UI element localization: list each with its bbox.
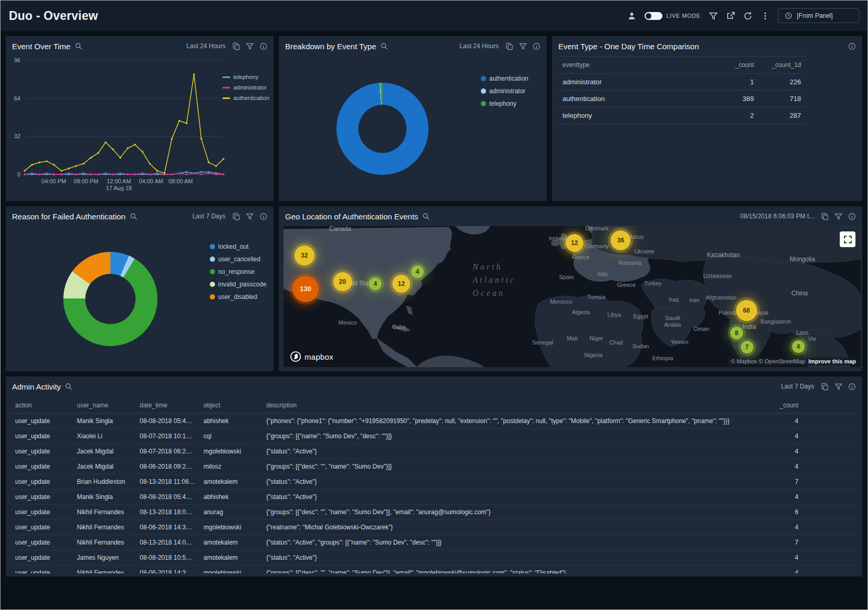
table-row[interactable]: user_updateNikhil Fernandes08-13-2018 14… — [11, 535, 857, 550]
share-icon[interactable] — [726, 12, 735, 20]
improve-map-link[interactable]: Improve this map — [808, 358, 856, 364]
legend-item[interactable]: user_disabled — [210, 293, 266, 301]
zoom-in-icon[interactable] — [65, 383, 73, 391]
refresh-icon[interactable] — [743, 12, 752, 20]
column-header[interactable]: date_time — [136, 397, 199, 414]
copy-icon[interactable] — [232, 213, 240, 220]
table-cell: mgolebiowski — [199, 565, 262, 574]
table-cell: 718 — [759, 91, 806, 107]
panel-time-range[interactable]: 08/15/2018 6:06:03 PM t... — [740, 213, 814, 220]
map-cluster-marker[interactable]: 7 — [741, 341, 753, 353]
table-row[interactable]: user_updateJames Nguyen08-08-2018 10:50:… — [11, 550, 857, 565]
table-row[interactable]: user_updateNikhil Fernandes08-06-2018 14… — [11, 520, 857, 535]
panel-time-range[interactable]: Last 24 Hours — [186, 42, 226, 50]
column-header[interactable]: _count — [768, 397, 857, 414]
attribution-text[interactable]: © Mapbox © OpenStreetMap — [731, 358, 805, 364]
column-header[interactable]: object — [199, 397, 262, 414]
fullscreen-button[interactable] — [840, 231, 855, 247]
filter-icon[interactable] — [835, 213, 842, 220]
mapbox-logo[interactable]: mapbox — [290, 351, 333, 362]
zoom-in-icon[interactable] — [75, 42, 83, 50]
copy-icon[interactable] — [232, 42, 240, 50]
map-cluster-marker[interactable]: 4 — [792, 340, 805, 353]
failed-auth-donut-chart[interactable] — [63, 252, 157, 346]
zoom-in-icon[interactable] — [380, 42, 388, 50]
table-row[interactable]: user_updateXiaolei Li08-07-2018 10:19:57… — [11, 429, 857, 444]
table-cell: 08-06-2018 09:29:22 — [136, 459, 199, 474]
legend-item[interactable]: telephony — [222, 74, 272, 80]
filter-icon[interactable] — [835, 383, 842, 391]
table-cell: user_update — [11, 474, 73, 490]
column-header[interactable]: _count_1d — [759, 57, 806, 74]
table-cell: {"groups": [{"desc": "", "name": "Sumo D… — [262, 505, 768, 520]
table-cell: 08-06-2018 14:30:34 — [136, 565, 199, 574]
user-icon[interactable] — [627, 12, 636, 20]
map-cluster-marker[interactable]: 20 — [333, 272, 352, 291]
table-row[interactable]: user_updateJacek Migdal08-07-2018 06:22:… — [11, 444, 857, 459]
column-header[interactable]: eventtype — [557, 57, 717, 74]
kebab-menu-icon[interactable] — [761, 12, 770, 20]
copy-icon[interactable] — [821, 383, 829, 391]
table-row[interactable]: telephony2287 — [557, 107, 806, 124]
copy-icon[interactable] — [821, 213, 829, 220]
filter-icon[interactable] — [709, 12, 718, 20]
table-row[interactable]: administrator1226 — [557, 74, 806, 91]
info-icon[interactable] — [260, 42, 267, 50]
table-cell: {"groups": [{"desc": "", "name": "Sumo D… — [262, 565, 768, 574]
svg-text:08:00 AM: 08:00 AM — [168, 178, 193, 184]
copy-icon[interactable] — [505, 42, 513, 50]
legend-item[interactable]: administrator — [481, 87, 528, 95]
info-icon[interactable] — [848, 42, 856, 50]
legend-item[interactable]: invalid_passcode — [210, 281, 266, 288]
filter-icon[interactable] — [246, 213, 254, 220]
map-cluster-marker[interactable]: 12 — [566, 234, 583, 252]
table-cell: {"groups": [{"name": "Sumo Dev", "desc":… — [262, 429, 768, 444]
time-range-selector[interactable]: [From Panel] — [778, 8, 859, 23]
table-row[interactable]: authentication389718 — [557, 91, 806, 107]
table-row[interactable]: user_updateNikhil Fernandes08-06-2018 14… — [11, 565, 857, 574]
filter-icon[interactable] — [246, 42, 254, 50]
table-row[interactable]: user_updateNikhil Fernandes08-13-2018 18… — [11, 505, 857, 520]
map-cluster-marker[interactable]: 36 — [611, 230, 630, 250]
zoom-in-icon[interactable] — [422, 213, 430, 220]
info-icon[interactable] — [260, 213, 267, 220]
legend-item[interactable]: telephony — [481, 100, 528, 107]
legend-item[interactable]: authentication — [481, 75, 528, 82]
map-cluster-marker[interactable]: 130 — [292, 276, 319, 302]
map-cluster-marker[interactable]: 68 — [736, 300, 757, 321]
svg-text:04:00 PM: 04:00 PM — [41, 178, 66, 184]
map-cluster-marker[interactable]: 8 — [730, 327, 743, 339]
panel-title: Admin Activity — [12, 382, 61, 391]
map-cluster-marker[interactable]: 4 — [411, 265, 424, 278]
panel-time-range[interactable]: Last 7 Days — [781, 383, 814, 390]
legend-item[interactable]: user_cancelled — [210, 256, 266, 263]
legend-item[interactable]: authentication — [222, 95, 272, 101]
legend-item[interactable]: no_response — [210, 268, 266, 275]
filter-icon[interactable] — [519, 42, 527, 50]
legend-item[interactable]: administrator — [222, 84, 272, 91]
column-header[interactable]: description — [262, 397, 768, 414]
column-header[interactable]: _count — [717, 57, 759, 74]
table-cell: 4 — [768, 520, 857, 535]
map-cluster-marker[interactable]: 4 — [369, 278, 381, 290]
info-icon[interactable] — [533, 42, 540, 50]
panel-time-range[interactable]: Last 7 Days — [193, 213, 226, 220]
map-cluster-marker[interactable]: 32 — [295, 246, 314, 265]
info-icon[interactable] — [848, 213, 856, 220]
legend-item[interactable]: locked_out — [210, 243, 266, 250]
map-cluster-marker[interactable]: 12 — [392, 275, 410, 293]
table-row[interactable]: user_updateManik Singla08-08-2018 05:42:… — [11, 490, 857, 505]
table-row[interactable]: user_updateJacek Migdal08-06-2018 09:29:… — [11, 459, 857, 474]
live-mode-toggle[interactable] — [645, 12, 662, 20]
column-header[interactable]: action — [11, 397, 73, 414]
table-row[interactable]: user_updateBrian Huddleston08-13-2018 11… — [11, 474, 857, 490]
line-chart-area: 032649604:00 PM08:00 PM12:00 AM17 Aug 18… — [6, 56, 274, 201]
table-cell: 08-13-2018 14:06:57 — [136, 535, 199, 550]
info-icon[interactable] — [848, 383, 856, 391]
panel-time-range[interactable]: Last 24 Hours — [459, 42, 499, 50]
zoom-in-icon[interactable] — [130, 213, 138, 220]
map-canvas[interactable]: North Atlantic Ocean mapbox © Mapbox © O… — [284, 226, 861, 367]
table-row[interactable]: user_updateManik Singla08-08-2018 05:44:… — [11, 414, 857, 429]
event-type-donut-chart[interactable] — [336, 83, 429, 175]
column-header[interactable]: user_name — [73, 397, 136, 414]
